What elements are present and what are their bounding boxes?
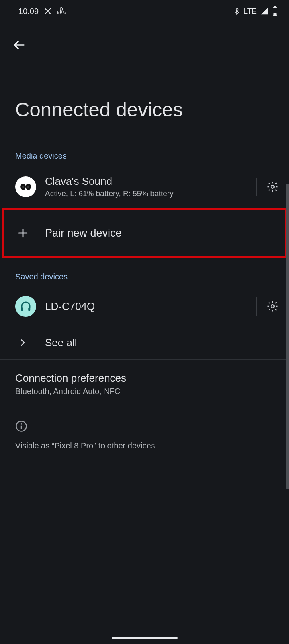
status-bar: 10:09 0 KB/s LTE bbox=[0, 0, 289, 23]
pair-new-device-label: Pair new device bbox=[45, 227, 277, 239]
svg-rect-9 bbox=[28, 308, 30, 311]
svg-point-6 bbox=[27, 185, 29, 188]
svg-point-5 bbox=[22, 185, 24, 188]
status-right: LTE bbox=[233, 6, 278, 16]
network-speed: 0 KB/s bbox=[57, 7, 66, 15]
earbuds-icon bbox=[15, 176, 36, 197]
svg-rect-1 bbox=[274, 6, 276, 8]
see-all-row[interactable]: See all bbox=[0, 326, 289, 359]
media-device-row[interactable]: Clava's Sound Active, L: 61% battery, R:… bbox=[0, 166, 289, 207]
app-bar bbox=[0, 23, 289, 54]
saved-device-row[interactable]: LD-C704Q bbox=[0, 287, 289, 326]
svg-point-7 bbox=[271, 185, 274, 188]
battery-icon bbox=[272, 6, 278, 16]
connection-preferences-row[interactable]: Connection preferences Bluetooth, Androi… bbox=[0, 360, 289, 404]
svg-point-10 bbox=[271, 305, 274, 308]
svg-rect-2 bbox=[274, 13, 277, 15]
connection-preferences-title: Connection preferences bbox=[15, 372, 279, 384]
status-time: 10:09 bbox=[18, 7, 39, 16]
saved-device-settings-button[interactable] bbox=[266, 300, 279, 312]
scrollbar[interactable] bbox=[286, 184, 289, 489]
divider bbox=[256, 297, 257, 316]
info-icon bbox=[15, 420, 289, 432]
network-type: LTE bbox=[244, 7, 257, 16]
page-title: Connected devices bbox=[0, 54, 289, 121]
section-media-header: Media devices bbox=[0, 121, 289, 166]
saved-device-name: LD-C704Q bbox=[45, 300, 247, 313]
bluetooth-icon bbox=[233, 7, 240, 16]
visibility-text: Visible as “Pixel 8 Pro” to other device… bbox=[0, 432, 289, 450]
media-device-settings-button[interactable] bbox=[266, 181, 279, 193]
connection-preferences-subtitle: Bluetooth, Android Auto, NFC bbox=[15, 387, 279, 396]
signal-icon bbox=[260, 7, 269, 15]
plus-icon bbox=[17, 227, 29, 239]
back-button[interactable] bbox=[10, 36, 28, 54]
gesture-bar[interactable] bbox=[112, 637, 178, 639]
headphones-icon bbox=[15, 296, 36, 317]
pair-new-device-row[interactable]: Pair new device bbox=[2, 208, 287, 258]
status-left: 10:09 0 KB/s bbox=[18, 7, 66, 16]
media-device-status: Active, L: 61% battery, R: 55% battery bbox=[45, 189, 247, 198]
x-app-icon bbox=[43, 7, 52, 16]
section-saved-header: Saved devices bbox=[0, 258, 289, 287]
media-device-name: Clava's Sound bbox=[45, 175, 247, 188]
divider bbox=[256, 178, 257, 196]
svg-point-13 bbox=[21, 423, 22, 425]
see-all-label: See all bbox=[45, 336, 279, 349]
info-row bbox=[0, 404, 289, 432]
chevron-right-icon bbox=[17, 336, 29, 349]
svg-rect-8 bbox=[21, 308, 23, 311]
